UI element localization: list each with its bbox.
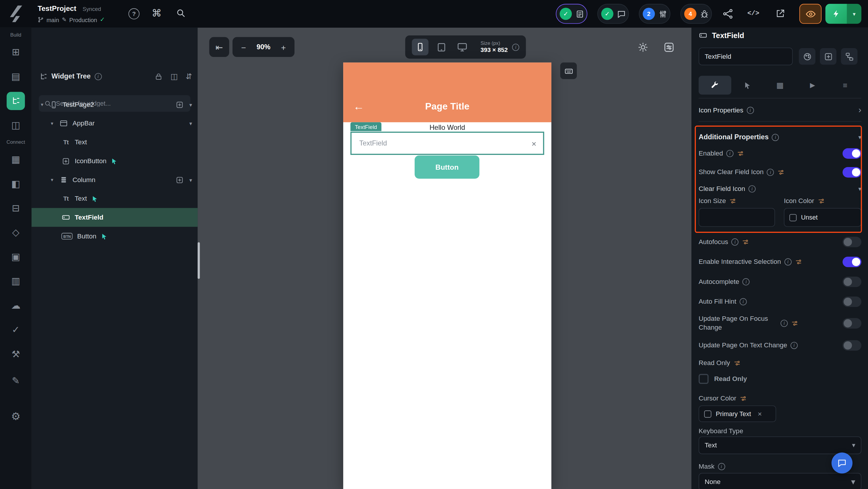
info-icon[interactable] <box>732 238 739 245</box>
set-from-variable-icon[interactable] <box>791 319 798 326</box>
rail-pages-icon[interactable] <box>0 68 32 85</box>
update-focus-toggle[interactable] <box>843 318 862 328</box>
rail-widget-tree-icon[interactable] <box>6 92 25 110</box>
info-icon[interactable] <box>772 134 779 141</box>
preview-button[interactable] <box>800 4 822 24</box>
info-icon[interactable] <box>740 298 747 305</box>
row-menu-icon[interactable] <box>189 177 192 183</box>
tree-row-textfield-selected[interactable]: TextField <box>32 208 197 227</box>
sort-tree-icon[interactable] <box>185 72 192 81</box>
rail-action-flows-icon[interactable] <box>0 321 32 338</box>
rail-components-icon[interactable] <box>0 116 32 134</box>
theme-style-button[interactable] <box>799 48 815 65</box>
rail-settings-icon[interactable] <box>0 407 32 425</box>
convert-to-component-button[interactable] <box>841 48 857 65</box>
collapse-panel-button[interactable] <box>209 37 229 57</box>
tree-scrollbar-thumb[interactable] <box>197 242 200 279</box>
help-button[interactable] <box>128 8 140 19</box>
info-icon[interactable] <box>781 319 788 326</box>
rail-layout-icon[interactable] <box>0 175 32 192</box>
wrap-widget-button[interactable] <box>820 48 836 65</box>
icon-properties-row[interactable]: Icon Properties <box>699 102 861 118</box>
add-widget-icon[interactable] <box>176 175 184 184</box>
page-title-text[interactable]: Page Title <box>343 101 551 112</box>
button-widget[interactable]: Button <box>415 156 479 179</box>
zoom-out-button[interactable] <box>237 37 250 57</box>
set-from-variable-icon[interactable] <box>733 359 740 366</box>
tree-row-appbar[interactable]: AppBar <box>32 114 197 133</box>
cursor-color-picker[interactable]: Primary Text <box>699 405 776 422</box>
tab-tests[interactable] <box>829 76 861 95</box>
rail-integrations-icon[interactable] <box>0 223 32 241</box>
tree-row-testpage2[interactable]: TestPage2 <box>32 95 197 114</box>
tree-row-text2[interactable]: Text <box>32 189 197 208</box>
phone-device-button[interactable] <box>412 39 429 55</box>
tab-properties[interactable] <box>699 76 731 95</box>
rail-files-icon[interactable] <box>0 199 32 217</box>
rail-app-values-icon[interactable] <box>0 272 32 290</box>
rail-media-assets-icon[interactable] <box>0 248 32 266</box>
tree-row-iconbutton[interactable]: IconButton <box>32 152 197 170</box>
enabled-toggle[interactable] <box>843 148 862 159</box>
icon-color-picker[interactable]: Unset <box>784 208 861 227</box>
keyboard-toggle-chip[interactable] <box>560 63 577 79</box>
size-info-icon[interactable] <box>512 43 519 51</box>
zoom-in-button[interactable] <box>277 37 290 57</box>
rail-database-icon[interactable] <box>0 151 32 168</box>
tree-row-column[interactable]: Column <box>32 170 197 189</box>
set-from-variable-icon[interactable] <box>795 258 802 265</box>
additional-properties-header[interactable]: Additional Properties <box>699 129 861 145</box>
tab-actions[interactable] <box>731 76 764 95</box>
show-clear-toggle[interactable] <box>843 167 862 177</box>
desktop-device-button[interactable] <box>454 39 470 55</box>
tree-row-button[interactable]: Button <box>32 227 197 246</box>
autocomplete-toggle[interactable] <box>843 276 862 287</box>
run-options-dropdown[interactable] <box>847 4 862 24</box>
storyboard-status-pill[interactable] <box>556 4 587 24</box>
readonly-checkbox[interactable] <box>699 374 709 384</box>
add-widget-icon[interactable] <box>176 100 184 108</box>
search-button[interactable] <box>176 8 185 18</box>
autofocus-toggle[interactable] <box>843 236 862 247</box>
info-icon[interactable] <box>747 106 754 113</box>
branch-environment-row[interactable]: main Production <box>37 16 105 23</box>
info-icon[interactable] <box>94 73 102 80</box>
rail-testing-icon[interactable] <box>0 345 32 363</box>
canvas-settings-icon[interactable] <box>663 42 675 53</box>
comments-status-pill[interactable] <box>597 4 629 24</box>
set-from-variable-icon[interactable] <box>777 168 784 175</box>
row-menu-icon[interactable] <box>189 101 192 108</box>
info-icon[interactable] <box>718 463 725 470</box>
keyboard-type-dropdown[interactable]: Text <box>699 436 861 454</box>
info-icon[interactable] <box>790 341 798 349</box>
issues-status-pill[interactable]: 4 <box>680 4 712 24</box>
info-icon[interactable] <box>767 168 774 175</box>
mask-dropdown[interactable]: None <box>699 473 861 489</box>
lock-icon[interactable] <box>154 72 163 80</box>
widget-name-input[interactable] <box>699 47 793 65</box>
rail-cloud-functions-icon[interactable] <box>0 297 32 314</box>
set-from-variable-icon[interactable] <box>729 197 736 204</box>
set-from-variable-icon[interactable] <box>737 150 744 157</box>
info-icon[interactable] <box>784 258 792 265</box>
info-icon[interactable] <box>742 278 750 285</box>
command-palette-button[interactable] <box>152 7 162 19</box>
info-icon[interactable] <box>748 185 755 192</box>
remove-color-icon[interactable] <box>757 410 762 418</box>
tab-generated-code[interactable] <box>764 76 796 95</box>
autofill-hint-toggle[interactable] <box>843 296 862 307</box>
share-nodes-button[interactable] <box>722 8 733 19</box>
theme-mode-toggle-icon[interactable] <box>638 42 648 53</box>
appbar-widget[interactable] <box>343 63 551 122</box>
update-text-toggle[interactable] <box>843 340 862 351</box>
tablet-device-button[interactable] <box>433 39 450 55</box>
icon-size-input[interactable] <box>699 208 775 227</box>
tree-row-text1[interactable]: Text <box>32 133 197 152</box>
set-from-variable-icon[interactable] <box>740 395 747 402</box>
rail-widget-palette-icon[interactable] <box>0 43 32 61</box>
open-export-button[interactable] <box>775 8 785 19</box>
app-logo-icon[interactable] <box>5 4 25 24</box>
tab-animations[interactable] <box>796 76 829 95</box>
interactive-selection-toggle[interactable] <box>843 256 862 267</box>
edit-environment-icon[interactable] <box>62 17 66 23</box>
